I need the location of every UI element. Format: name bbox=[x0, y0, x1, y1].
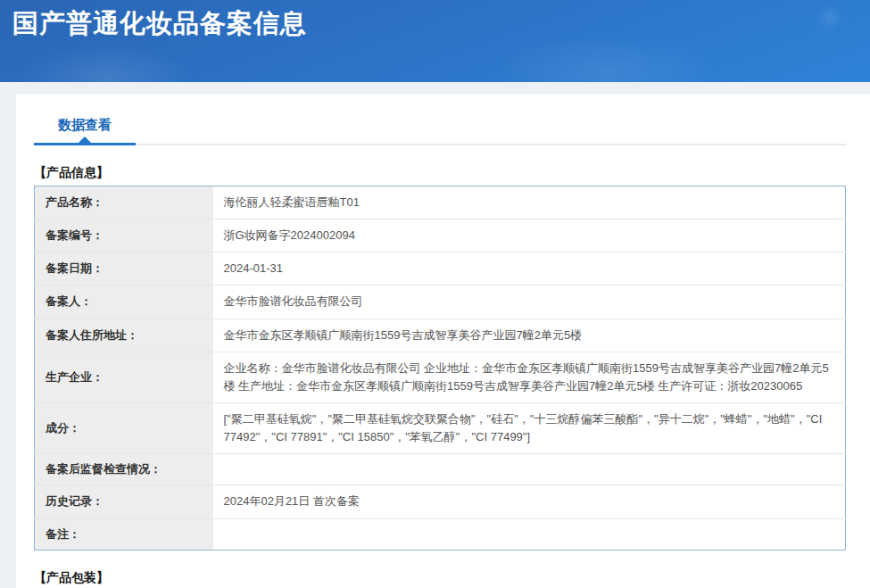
row-label: 备案日期： bbox=[35, 253, 213, 286]
tab-data-view[interactable]: 数据查看 bbox=[34, 115, 136, 145]
table-row: 历史记录： 2024年02月21日 首次备案 bbox=[35, 485, 846, 518]
row-label: 备案编号： bbox=[35, 219, 213, 253]
content-panel: 数据查看 【产品信息】 产品名称： 海伦丽人轻柔蜜语唇釉T01 备案编号： 浙G… bbox=[16, 94, 870, 588]
table-row: 成分： ["聚二甲基硅氧烷"，"聚二甲基硅氧烷交联聚合物"，"硅石"，"十三烷醇… bbox=[35, 402, 846, 453]
row-label: 历史记录： bbox=[35, 485, 213, 518]
table-row: 产品名称： 海伦丽人轻柔蜜语唇釉T01 bbox=[35, 186, 846, 219]
row-value: 2024年02月21日 首次备案 bbox=[213, 485, 846, 518]
row-value: 企业名称：金华市脸谱化妆品有限公司 企业地址：金华市金东区孝顺镇广顺南街1559… bbox=[213, 352, 846, 402]
row-label: 产品名称： bbox=[35, 186, 213, 219]
table-row: 备案人： 金华市脸谱化妆品有限公司 bbox=[35, 286, 846, 319]
product-info-table: 产品名称： 海伦丽人轻柔蜜语唇釉T01 备案编号： 浙G妆网备字20240020… bbox=[34, 186, 846, 551]
row-label: 备案人： bbox=[35, 286, 213, 319]
row-value bbox=[213, 454, 846, 485]
packaging-section-title: 【产品包装】 bbox=[34, 570, 846, 586]
page-title: 国产普通化妆品备案信息 bbox=[12, 6, 870, 42]
row-value: 2024-01-31 bbox=[213, 253, 846, 286]
row-label: 生产企业： bbox=[35, 352, 213, 402]
table-row: 备案后监督检查情况： bbox=[35, 454, 846, 485]
tab-bar: 数据查看 bbox=[34, 115, 846, 145]
row-label: 备案后监督检查情况： bbox=[35, 454, 213, 485]
row-value: 金华市金东区孝顺镇广顺南街1559号吉成智享美谷产业园7幢2单元5楼 bbox=[213, 319, 846, 352]
row-value: 海伦丽人轻柔蜜语唇釉T01 bbox=[213, 186, 846, 219]
table-row: 备案日期： 2024-01-31 bbox=[35, 253, 846, 286]
table-row: 生产企业： 企业名称：金华市脸谱化妆品有限公司 企业地址：金华市金东区孝顺镇广顺… bbox=[35, 352, 846, 402]
active-tab-marker-icon bbox=[79, 137, 91, 143]
row-value: ["聚二甲基硅氧烷"，"聚二甲基硅氧烷交联聚合物"，"硅石"，"十三烷醇偏苯三酸… bbox=[213, 402, 846, 453]
row-value: 金华市脸谱化妆品有限公司 bbox=[213, 286, 846, 319]
row-value bbox=[213, 518, 846, 550]
table-row: 备注： bbox=[35, 518, 846, 550]
table-row: 备案人住所地址： 金华市金东区孝顺镇广顺南街1559号吉成智享美谷产业园7幢2单… bbox=[35, 319, 846, 352]
table-row: 备案编号： 浙G妆网备字2024002094 bbox=[35, 219, 846, 253]
row-label: 备注： bbox=[35, 518, 213, 550]
page-header: 国产普通化妆品备案信息 bbox=[0, 0, 870, 82]
row-value: 浙G妆网备字2024002094 bbox=[213, 219, 846, 253]
row-label: 成分： bbox=[35, 402, 213, 453]
tab-data-view-label: 数据查看 bbox=[58, 117, 112, 132]
row-label: 备案人住所地址： bbox=[35, 319, 213, 352]
product-info-section-title: 【产品信息】 bbox=[34, 165, 846, 181]
